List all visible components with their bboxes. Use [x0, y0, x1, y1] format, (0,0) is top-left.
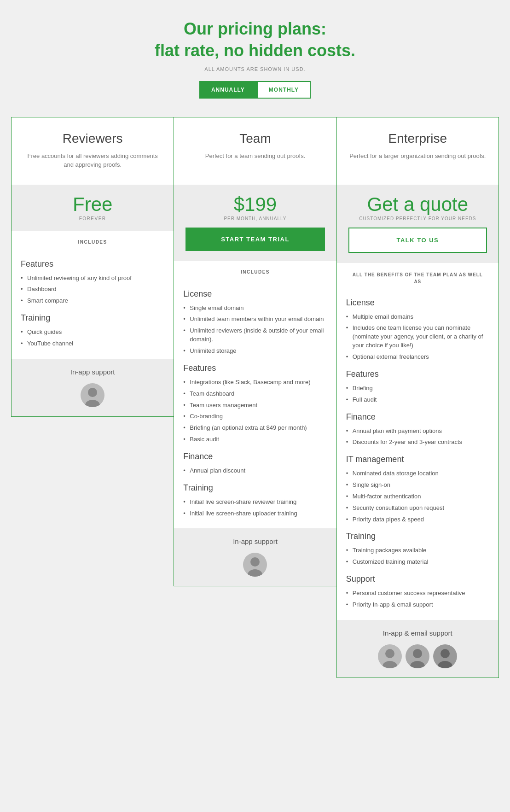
team-header: Team Perfect for a team sending out proo…	[174, 117, 336, 185]
reviewers-name: Reviewers	[23, 131, 162, 146]
enterprise-support-list: Personal customer success representative…	[346, 588, 489, 611]
team-license-title: License	[183, 289, 327, 299]
enterprise-it-list: Nominated data storage location Single s…	[346, 468, 489, 525]
avatar	[81, 383, 104, 407]
plans-grid: Reviewers Free accounts for all reviewer…	[11, 117, 499, 678]
enterprise-includes-label: ALL THE BENEFITS OF THE TEAM PLAN AS WEL…	[337, 263, 498, 288]
list-item: YouTube channel	[21, 338, 164, 350]
avatar	[243, 553, 267, 577]
list-item: Training packages available	[346, 545, 489, 556]
reviewers-features-title: Features	[21, 259, 164, 269]
list-item: Discounts for 2-year and 3-year contract…	[346, 437, 489, 448]
list-item: Basic audit	[183, 434, 327, 445]
team-training-list: Initial live screen-share reviewer train…	[183, 497, 327, 520]
page-title: Our pricing plans: flat rate, no hidden …	[11, 18, 499, 62]
team-features: License Single email domain Unlimited te…	[174, 279, 336, 529]
enterprise-header: Enterprise Perfect for a larger organiza…	[337, 117, 498, 185]
svg-point-13	[440, 649, 450, 658]
list-item: Priority In-app & email support	[346, 599, 489, 611]
enterprise-support-title: Support	[346, 574, 489, 584]
enterprise-features: License Multiple email domains Includes …	[337, 288, 498, 620]
enterprise-footer: In-app & email support	[337, 620, 498, 678]
billing-toggle: ANNUALLY MONTHLY	[11, 81, 499, 99]
list-item: Briefing (an optional extra at $49 per m…	[183, 422, 327, 434]
team-license-list: Single email domain Unlimited team membe…	[183, 303, 327, 357]
plan-enterprise: Enterprise Perfect for a larger organiza…	[336, 117, 499, 678]
reviewers-footer: In-app support	[12, 359, 174, 416]
enterprise-features-list: Briefing Full audit	[346, 383, 489, 406]
enterprise-finance-list: Annual plan with payment options Discoun…	[346, 426, 489, 449]
list-item: Full audit	[346, 394, 489, 406]
list-item: Initial live screen-share reviewer train…	[183, 497, 327, 508]
team-price: $199	[185, 195, 325, 214]
team-features-list: Integrations (like Slack, Basecamp and m…	[183, 377, 327, 445]
list-item: Smart compare	[21, 295, 164, 307]
enterprise-description: Perfect for a larger organization sendin…	[348, 152, 487, 175]
list-item: Annual plan discount	[183, 465, 327, 477]
list-item: Nominated data storage location	[346, 468, 489, 479]
reviewers-features-list: Unlimited reviewing of any kind of proof…	[21, 273, 164, 307]
reviewers-training-list: Quick guides YouTube channel	[21, 327, 164, 350]
reviewers-includes-label: INCLUDES	[12, 231, 174, 249]
team-training-title: Training	[183, 483, 327, 493]
team-description: Perfect for a team sending out proofs.	[185, 152, 325, 175]
avatar	[433, 644, 457, 668]
list-item: Customized training material	[346, 556, 489, 568]
enterprise-training-title: Training	[346, 532, 489, 541]
reviewers-header: Reviewers Free accounts for all reviewer…	[12, 117, 174, 185]
team-features-title: Features	[183, 363, 327, 373]
reviewers-price-sub: FOREVER	[23, 216, 162, 221]
list-item: Personal customer success representative	[346, 588, 489, 599]
list-item: Single sign-on	[346, 479, 489, 491]
team-avatars	[185, 553, 325, 577]
team-pricing: $199 PER MONTH, ANNUALLY START TEAM TRIA…	[174, 185, 336, 261]
reviewers-description: Free accounts for all reviewers adding c…	[23, 152, 162, 175]
list-item: Initial live screen-share uploader train…	[183, 508, 327, 520]
list-item: Multi-factor authentication	[346, 491, 489, 502]
list-item: Unlimited reviewers (inside & outside of…	[183, 325, 327, 345]
enterprise-training-list: Training packages available Customized t…	[346, 545, 489, 568]
list-item: Quick guides	[21, 327, 164, 338]
enterprise-license-title: License	[346, 298, 489, 308]
list-item: Unlimited team members within your email…	[183, 314, 327, 325]
monthly-toggle[interactable]: MONTHLY	[257, 81, 311, 99]
reviewers-price: Free	[23, 195, 162, 214]
list-item: Security consultation upon request	[346, 502, 489, 514]
list-item: Single email domain	[183, 303, 327, 314]
start-team-trial-button[interactable]: START TEAM TRIAL	[185, 228, 325, 251]
list-item: Team dashboard	[183, 388, 327, 400]
subtitle: ALL AMOUNTS ARE SHOWN IN USD.	[11, 66, 499, 72]
svg-point-7	[385, 649, 394, 658]
plan-team: Team Perfect for a team sending out proo…	[174, 117, 336, 587]
enterprise-name: Enterprise	[348, 131, 487, 146]
list-item: Multiple email domains	[346, 311, 489, 323]
enterprise-finance-title: Finance	[346, 412, 489, 422]
enterprise-price: Get a quote	[348, 195, 487, 214]
list-item: Integrations (like Slack, Basecamp and m…	[183, 377, 327, 388]
svg-point-4	[250, 557, 260, 567]
list-item: Annual plan with payment options	[346, 426, 489, 437]
list-item: Includes one team license you can nomina…	[346, 322, 489, 351]
team-includes-label: INCLUDES	[174, 261, 336, 279]
enterprise-support-label: In-app & email support	[348, 629, 487, 637]
list-item: Dashboard	[21, 284, 164, 295]
list-item: Briefing	[346, 383, 489, 394]
avatar	[406, 644, 429, 668]
talk-to-us-button[interactable]: TALK TO US	[348, 228, 487, 253]
enterprise-avatars	[348, 644, 487, 668]
annually-toggle[interactable]: ANNUALLY	[199, 81, 257, 99]
enterprise-pricing: Get a quote CUSTOMIZED PERFECTLY FOR YOU…	[337, 185, 498, 263]
enterprise-it-title: IT management	[346, 455, 489, 464]
team-finance-list: Annual plan discount	[183, 465, 327, 477]
team-price-sub: PER MONTH, ANNUALLY	[185, 216, 325, 221]
team-name: Team	[185, 131, 325, 146]
list-item: Unlimited reviewing of any kind of proof	[21, 273, 164, 284]
team-support-label: In-app support	[185, 537, 325, 545]
list-item: Priority data pipes & speed	[346, 514, 489, 526]
list-item: Team users management	[183, 400, 327, 411]
enterprise-features-title: Features	[346, 369, 489, 379]
avatar	[378, 644, 402, 668]
reviewers-features: Features Unlimited reviewing of any kind…	[12, 249, 174, 359]
list-item: Unlimited storage	[183, 345, 327, 357]
svg-point-10	[413, 649, 422, 658]
